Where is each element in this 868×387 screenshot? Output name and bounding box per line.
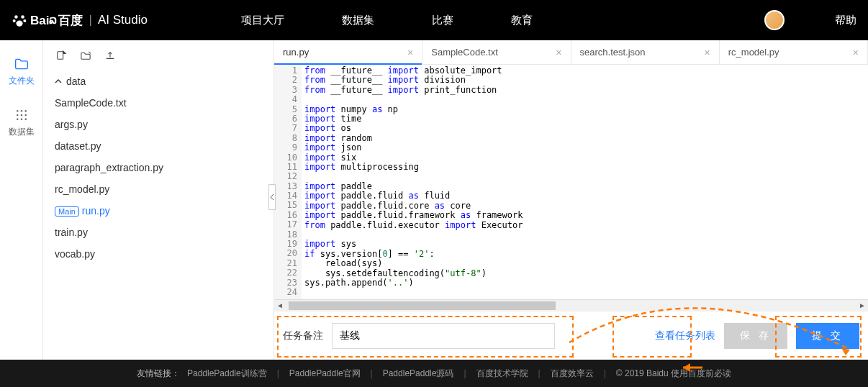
file-run-label: run.py [82, 205, 110, 217]
scroll-right-icon[interactable]: ► [856, 301, 868, 309]
sidebar-datasets-label: 数据集 [9, 126, 35, 138]
svg-point-5 [17, 110, 18, 111]
main-area: 文件夹 数据集 data SampleCode.txt args.py data… [0, 40, 868, 360]
file-toolbar [52, 50, 273, 70]
tab-label: search.test.json [580, 47, 646, 58]
nav-competitions[interactable]: 比赛 [432, 14, 453, 27]
tab-rc-model[interactable]: rc_model.py× [720, 40, 868, 64]
editor-tabs: run.py× SampleCode.txt× search.test.json… [274, 40, 868, 65]
footer-label: 友情链接： [137, 368, 180, 380]
footer-copyright: © 2019 Baidu 使用百度前必读 [616, 368, 731, 380]
footer-link-3[interactable]: 百度技术学院 [476, 368, 528, 380]
icon-sidebar: 文件夹 数据集 [0, 40, 43, 360]
nav-education[interactable]: 教育 [511, 14, 533, 27]
top-nav: 项目大厅 数据集 比赛 教育 [241, 14, 764, 27]
file-train[interactable]: train.py [52, 222, 273, 243]
scroll-left-icon[interactable]: ◄ [274, 301, 286, 309]
logo-divider: | [89, 13, 91, 27]
task-note-input[interactable] [332, 323, 555, 349]
svg-point-9 [20, 114, 22, 116]
svg-point-7 [24, 110, 26, 111]
folder-data[interactable]: data [52, 70, 273, 92]
baidu-text: Baiລ [30, 13, 57, 28]
svg-point-6 [20, 110, 22, 111]
folder-label: data [66, 76, 86, 87]
chevron-left-icon [270, 194, 274, 201]
main-badge: Main [55, 206, 79, 217]
file-tree: data SampleCode.txt args.py dataset.py p… [43, 40, 273, 360]
baidu-logo[interactable]: Baiລ 百度 [12, 12, 83, 29]
code-content: from __future__ import absolute_import f… [302, 65, 868, 299]
tab-samplecode[interactable]: SampleCode.txt× [422, 40, 571, 64]
file-vocab[interactable]: vocab.py [52, 243, 273, 265]
user-avatar[interactable] [764, 10, 785, 30]
grid-icon [14, 109, 29, 122]
tab-label: rc_model.py [728, 47, 779, 58]
submit-button[interactable]: 提 交 [796, 323, 859, 349]
footer-link-2[interactable]: PaddlePaddle源码 [383, 368, 454, 380]
close-icon[interactable]: × [407, 47, 413, 58]
nav-hall[interactable]: 项目大厅 [241, 14, 284, 27]
file-samplecode[interactable]: SampleCode.txt [52, 92, 273, 114]
svg-point-13 [24, 119, 26, 120]
ai-studio-text: AI Studio [98, 13, 148, 27]
footer: 友情链接： PaddlePaddle训练营| PaddlePaddle官网| P… [0, 360, 868, 387]
footer-link-4[interactable]: 百度效率云 [551, 368, 594, 380]
tab-label: SampleCode.txt [431, 47, 498, 58]
sidebar-datasets[interactable]: 数据集 [9, 109, 35, 138]
new-folder-icon[interactable] [81, 50, 91, 60]
caret-up-icon [55, 78, 62, 85]
view-task-list-link[interactable]: 查看任务列表 [655, 329, 715, 342]
svg-point-10 [24, 114, 26, 116]
svg-rect-14 [58, 52, 63, 60]
file-rc-model[interactable]: rc_model.py [52, 178, 273, 200]
footer-link-1[interactable]: PaddlePaddle官网 [289, 368, 361, 380]
svg-point-0 [14, 15, 18, 19]
folder-icon [14, 58, 29, 70]
nav-datasets[interactable]: 数据集 [342, 14, 374, 27]
file-paragraph-extraction[interactable]: paragraph_extraction.py [52, 157, 273, 178]
app-header: Baiລ 百度 | AI Studio 项目大厅 数据集 比赛 教育 帮助 [0, 0, 868, 40]
code-editor[interactable]: 123456789101112131415161718192021222324 … [274, 65, 868, 299]
tab-label: run.py [283, 47, 309, 58]
baidu-paw-icon [12, 12, 27, 28]
tab-search-json[interactable]: search.test.json× [571, 40, 720, 64]
svg-point-11 [17, 119, 18, 120]
logo-area: Baiລ 百度 | AI Studio [12, 12, 148, 29]
close-icon[interactable]: × [853, 47, 859, 58]
svg-point-1 [21, 15, 24, 19]
file-args[interactable]: args.py [52, 114, 273, 135]
task-note-label: 任务备注 [283, 329, 323, 342]
svg-point-8 [17, 114, 18, 116]
file-run[interactable]: Mainrun.py [52, 200, 273, 222]
collapse-handle[interactable] [268, 184, 276, 210]
scroll-thumb[interactable] [289, 301, 556, 310]
baidu-cn-text: 百度 [58, 12, 83, 29]
svg-point-12 [20, 119, 22, 120]
task-bar: 任务备注 查看任务列表 保 存 提 交 [274, 311, 868, 360]
svg-point-3 [23, 19, 26, 22]
save-button[interactable]: 保 存 [724, 323, 787, 349]
svg-point-4 [16, 20, 22, 26]
footer-link-0[interactable]: PaddlePaddle训练营 [187, 368, 267, 380]
sidebar-files-label: 文件夹 [9, 75, 35, 87]
sidebar-files[interactable]: 文件夹 [9, 58, 35, 87]
file-dataset[interactable]: dataset.py [52, 135, 273, 157]
help-link[interactable]: 帮助 [835, 14, 856, 27]
new-file-icon[interactable] [56, 50, 66, 60]
close-icon[interactable]: × [705, 47, 710, 58]
close-icon[interactable]: × [556, 47, 561, 58]
line-gutter: 123456789101112131415161718192021222324 [274, 65, 302, 299]
horizontal-scrollbar[interactable]: ◄► [274, 299, 868, 311]
svg-point-2 [13, 19, 16, 22]
editor-area: run.py× SampleCode.txt× search.test.json… [273, 40, 868, 360]
upload-icon[interactable] [105, 50, 115, 60]
tab-run-py[interactable]: run.py× [274, 40, 422, 64]
